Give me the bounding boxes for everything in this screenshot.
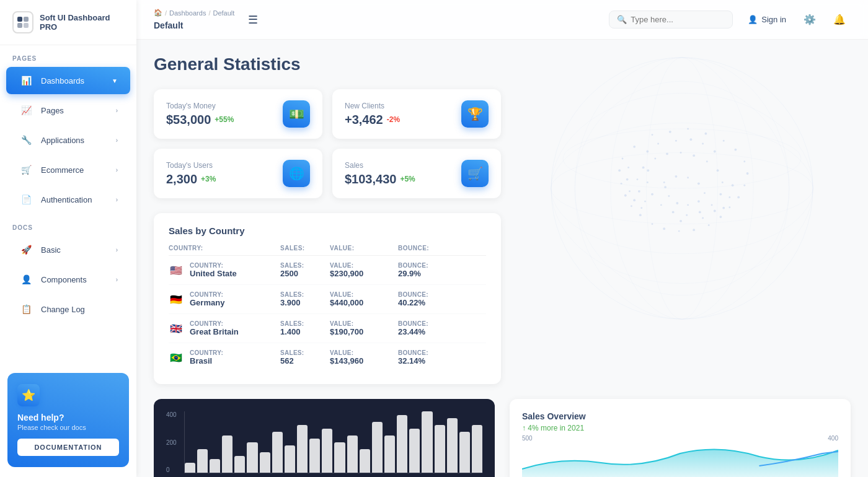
country-row-us: 🇺🇸 Country: United State Sales: 2500 Val…: [169, 256, 486, 285]
topbar-actions: 👤 Sign in ⚙️ 🔔: [743, 10, 851, 29]
svg-point-43: [717, 169, 719, 172]
bar-chart-bar: [409, 429, 420, 473]
stat-value-users: 2,300 +3%: [166, 172, 216, 186]
breadcrumb-parent[interactable]: Dashboards: [169, 9, 206, 17]
sidebar-item-dashboards[interactable]: 📊 Dashboards ▼: [6, 67, 130, 94]
stat-label-money: Today's Money: [166, 102, 234, 110]
svg-point-49: [672, 211, 675, 213]
sidebar-label-components: Components: [41, 275, 108, 284]
search-input[interactable]: [631, 15, 725, 24]
bar-chart-bar: [210, 459, 220, 473]
svg-point-76: [687, 177, 689, 178]
sidebar-label-changelog: Change Log: [41, 305, 118, 314]
country-row-br: 🇧🇷 Country: Brasil Sales: 562 Value: $14…: [169, 343, 486, 372]
svg-point-11: [611, 58, 753, 319]
search-bar: 🔍: [609, 11, 733, 28]
sales-overview-title: Sales Overview: [522, 411, 838, 421]
sidebar-label-authentication: Authentication: [41, 195, 108, 204]
svg-point-70: [640, 207, 642, 209]
sidebar-item-applications[interactable]: 🔧 Applications ›: [6, 126, 130, 154]
chart-y-200: 200: [166, 439, 177, 446]
sales-by-country-title: Sales by Country: [169, 225, 486, 236]
stat-card-users: Today's Users 2,300 +3% 🌐: [154, 149, 322, 198]
basic-icon: 🚀: [19, 242, 33, 257]
bounce-us: Bounce: 29.9%: [398, 262, 460, 278]
sidebar-label-dashboards: Dashboards: [41, 76, 104, 85]
stat-icon-users: 🌐: [283, 160, 310, 187]
country-table-header: Country: Sales: Value: Bounce:: [169, 245, 486, 256]
sidebar-item-ecommerce[interactable]: 🛒 Ecommerce ›: [6, 156, 130, 183]
documentation-button[interactable]: DOCUMENTATION: [17, 439, 119, 456]
bar-chart-bar: [347, 435, 358, 473]
stat-info-sales: Sales $103,430 +5%: [345, 161, 415, 186]
svg-point-61: [689, 138, 692, 141]
svg-point-58: [728, 196, 730, 198]
country-name-br: 🇧🇷 Country: Brasil: [169, 349, 280, 365]
svg-point-30: [639, 214, 642, 216]
bar-chart-bar: [472, 425, 482, 473]
svg-point-82: [668, 195, 670, 197]
settings-button[interactable]: ⚙️: [799, 10, 821, 29]
svg-rect-2: [17, 23, 22, 28]
value-gb: Value: $190,700: [330, 320, 398, 336]
stats-grid: Today's Money $53,000 +55% 💵 New Clients…: [154, 89, 501, 198]
sidebar-item-changelog[interactable]: 📋 Change Log: [6, 295, 130, 323]
hamburger-button[interactable]: ☰: [244, 9, 262, 30]
svg-point-44: [722, 182, 724, 183]
stat-card-money: Today's Money $53,000 +55% 💵: [154, 89, 322, 139]
svg-point-31: [652, 223, 653, 225]
svg-point-57: [732, 184, 734, 186]
stat-card-clients: New Clients +3,462 -2% 🏆: [332, 89, 501, 139]
svg-point-34: [693, 229, 695, 231]
bar-chart-bar: [197, 449, 208, 473]
svg-point-39: [666, 152, 668, 155]
svg-point-63: [714, 151, 716, 153]
sign-in-button[interactable]: 👤 Sign in: [743, 11, 791, 28]
main-content: 🏠 / Dashboards / Default Default ☰ 🔍 👤 S…: [136, 0, 868, 477]
sidebar-item-authentication[interactable]: 📄 Authentication ›: [6, 186, 130, 213]
svg-point-21: [746, 172, 749, 175]
svg-point-69: [633, 199, 636, 201]
applications-icon: 🔧: [19, 133, 33, 147]
stat-value-sales: $103,430 +5%: [345, 172, 415, 186]
sidebar-item-basic[interactable]: 🚀 Basic ›: [6, 236, 130, 263]
chevron-right-icon-auth: ›: [116, 196, 118, 203]
auth-icon: 📄: [19, 192, 33, 207]
bar-chart-bar: [234, 456, 245, 473]
bar-chart-bar: [397, 415, 407, 473]
svg-point-47: [699, 211, 701, 213]
country-name-gb: 🇬🇧 Country: Great Britain: [169, 320, 280, 336]
svg-point-4: [551, 58, 813, 319]
docs-section-label: DOCS: [0, 214, 136, 235]
svg-point-20: [743, 160, 745, 162]
sidebar-logo: Soft UI Dashboard PRO: [0, 0, 136, 45]
sidebar-item-components[interactable]: 👤 Components ›: [6, 266, 130, 293]
country-row-gb: 🇬🇧 Country: Great Britain Sales: 1.400 V…: [169, 314, 486, 343]
sales-br: Sales: 562: [280, 349, 330, 365]
notifications-button[interactable]: 🔔: [828, 10, 851, 29]
stat-card-sales: Sales $103,430 +5% 🛒: [332, 149, 501, 198]
svg-point-75: [675, 175, 677, 178]
svg-point-56: [644, 201, 646, 203]
sidebar-item-pages[interactable]: 📈 Pages ›: [6, 97, 130, 124]
svg-point-81: [676, 202, 678, 204]
bar-chart-bar: [422, 411, 432, 473]
svg-point-45: [719, 193, 722, 196]
bar-chart-bar: [297, 425, 308, 473]
country-value-br: Brasil: [190, 356, 223, 365]
stat-change-money: +55%: [215, 115, 234, 124]
svg-point-74: [663, 182, 665, 183]
sidebar-label-applications: Applications: [41, 136, 108, 145]
svg-point-32: [663, 227, 665, 230]
country-value-de: Germany: [190, 298, 224, 307]
home-icon: 🏠: [154, 9, 162, 17]
stat-change-clients: -2%: [387, 115, 400, 124]
stat-info-clients: New Clients +3,462 -2%: [345, 102, 400, 127]
bar-chart-bar: [222, 435, 232, 473]
chevron-down-icon: ▼: [112, 77, 118, 84]
components-icon: 👤: [19, 272, 33, 287]
chevron-right-icon-ecom: ›: [116, 167, 118, 173]
svg-point-64: [657, 143, 659, 145]
svg-point-7: [551, 123, 813, 253]
app-name: Soft UI Dashboard PRO: [40, 13, 124, 32]
